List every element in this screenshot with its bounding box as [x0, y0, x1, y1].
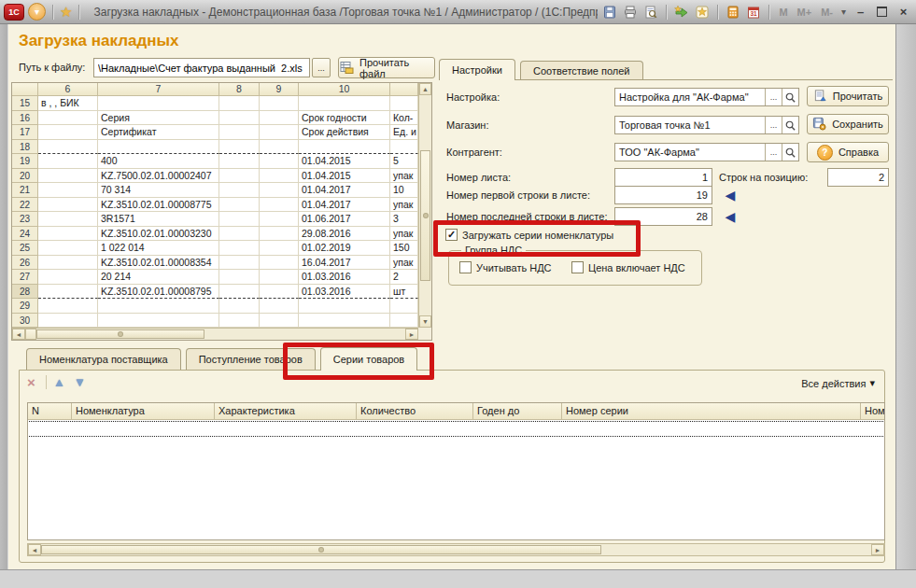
rows-per-position-field[interactable]: 2	[827, 168, 889, 187]
move-up-icon[interactable]: ▲	[53, 376, 65, 388]
sheet-row: 18	[12, 140, 431, 155]
empty-row-cursor[interactable]	[29, 421, 883, 437]
help-icon: ?	[817, 145, 833, 161]
scroll-left-icon[interactable]: ◄	[28, 544, 41, 555]
sheet-col-header[interactable]: 8	[219, 83, 260, 96]
sheet-row: 2170 31401.04.201710	[12, 183, 431, 198]
first-row-pick-button[interactable]: ◀	[719, 186, 741, 204]
maximize-button[interactable]	[873, 4, 891, 20]
form-vertical-scrollbar[interactable]	[895, 24, 916, 588]
last-row-field[interactable]: 28	[614, 207, 712, 226]
kontragent-open-button[interactable]	[782, 144, 798, 161]
scroll-left-icon[interactable]: ◄	[12, 329, 25, 340]
magazin-open-button[interactable]	[782, 117, 798, 133]
scroll-down-icon[interactable]: ▼	[419, 315, 431, 328]
sheet-col-header[interactable]: 9	[260, 83, 299, 96]
sheet-vertical-scrollbar[interactable]: ▲ ▼	[418, 83, 431, 328]
magazin-browse-button[interactable]: ...	[765, 117, 782, 133]
tab-goods-series[interactable]: Серии товаров	[320, 347, 417, 371]
sheet-row: 28KZ.3510.02.01.0000879501.03.2016шт	[12, 285, 431, 300]
save-icon[interactable]	[601, 4, 618, 21]
all-actions-button[interactable]: Все действия ▾	[801, 377, 875, 389]
help-button[interactable]: ? Справка	[807, 142, 889, 162]
toolbar-overflow-icon[interactable]: ▾	[839, 7, 848, 17]
col-characteristic[interactable]: Характеристика	[215, 403, 357, 420]
sheet-row: 15в , , БИК	[12, 96, 431, 111]
tab-settings[interactable]: Настройки	[439, 59, 515, 80]
sheet-corner-cell[interactable]	[12, 83, 38, 96]
nastroyka-open-button[interactable]	[782, 89, 798, 105]
rows-per-position-label: Строк на позицию:	[719, 172, 808, 183]
load-series-checkbox[interactable]	[445, 229, 458, 241]
kontragent-browse-button[interactable]: ...	[765, 144, 782, 161]
favorites-list-icon[interactable]	[694, 4, 711, 21]
memory-m-button[interactable]: M	[776, 7, 790, 18]
scroll-split-box[interactable]	[25, 329, 36, 340]
series-hscroll-thumb[interactable]	[41, 545, 601, 554]
1c-logo-icon[interactable]: 1С	[4, 4, 24, 21]
sheet-horizontal-scrollbar[interactable]: ◄ ►	[12, 328, 418, 340]
col-n[interactable]: N	[28, 403, 72, 420]
col-truncated[interactable]: Номе	[861, 403, 884, 420]
col-nomenclature[interactable]: Номенклатура	[72, 403, 215, 420]
add-favorite-icon[interactable]	[673, 4, 690, 21]
magnifier-icon	[784, 91, 796, 104]
col-quantity[interactable]: Количество	[357, 403, 473, 420]
col-valid-until[interactable]: Годен до	[473, 403, 562, 420]
tab-goods-receipt[interactable]: Поступление товаров	[186, 348, 316, 370]
sheet-row: 26KZ.3510.02.01.0000835416.04.2017упак	[12, 256, 431, 271]
file-path-input[interactable]	[93, 58, 310, 77]
nastroyka-value: Настройка для "АК-Фарма"	[615, 91, 765, 103]
sheet-col-header[interactable]: 10	[299, 83, 390, 96]
vscroll-thumb[interactable]	[420, 150, 430, 281]
save-settings-label: Сохранить	[832, 119, 883, 130]
sheet-row: 1940001.04.20155	[12, 154, 431, 169]
sheet-row: 20KZ.7500.02.01.0000240701.04.2015упак	[12, 169, 431, 184]
titlebar-separator	[768, 5, 769, 20]
favorites-star-icon[interactable]: ★	[60, 5, 72, 19]
close-button[interactable]: ×	[895, 4, 912, 20]
series-horizontal-scrollbar[interactable]: ◄ ►	[27, 543, 885, 556]
load-series-label: Загружать серии номенклатуры	[462, 230, 613, 241]
calculator-icon[interactable]	[725, 4, 741, 21]
scroll-right-icon[interactable]: ►	[405, 329, 418, 340]
delete-row-icon[interactable]: ×	[27, 375, 35, 389]
vat-included-checkbox[interactable]	[571, 261, 584, 273]
memory-m-plus-button[interactable]: M+	[795, 7, 815, 18]
col-series-number[interactable]: Номер серии	[562, 403, 861, 420]
file-browse-button[interactable]: ...	[312, 58, 331, 77]
magazin-field[interactable]: Торговая точка №1 ...	[614, 116, 799, 134]
scroll-right-icon[interactable]: ►	[871, 544, 884, 555]
hscroll-thumb[interactable]	[36, 329, 204, 339]
sheet-col-header[interactable]	[390, 83, 418, 96]
read-settings-button[interactable]: Прочитать	[807, 86, 889, 106]
move-down-icon[interactable]: ▼	[74, 376, 86, 388]
sheet-col-header[interactable]: 6	[38, 83, 98, 96]
minimize-button[interactable]: –	[852, 4, 869, 20]
print-preview-icon[interactable]	[642, 4, 659, 21]
help-label: Справка	[838, 147, 879, 158]
last-row-pick-button[interactable]: ◀	[719, 207, 741, 226]
tab-supplier-nomenclature[interactable]: Номенклатура поставщика	[26, 348, 181, 370]
system-menu-chevron-icon[interactable]: ▾	[28, 3, 46, 21]
read-settings-label: Прочитать	[833, 91, 882, 102]
tab-field-mapping[interactable]: Соответствие полей	[520, 61, 643, 79]
memory-m-minus-button[interactable]: M-	[818, 7, 836, 18]
sheet-number-field[interactable]: 1	[614, 168, 712, 187]
nastroyka-field[interactable]: Настройка для "АК-Фарма" ...	[614, 88, 799, 106]
spreadsheet-preview: 6 7 8 9 10 15в , , БИК 16СерияСрок годно…	[11, 82, 432, 341]
save-settings-button[interactable]: Сохранить	[807, 114, 889, 134]
read-file-button[interactable]: Прочитать файл	[338, 57, 435, 78]
first-row-field[interactable]: 19	[614, 186, 712, 204]
calendar-icon[interactable]: 31	[745, 4, 762, 21]
scroll-up-icon[interactable]: ▲	[419, 83, 431, 95]
series-table: N Номенклатура Характеристика Количество…	[27, 402, 885, 540]
series-table-header: N Номенклатура Характеристика Количество…	[28, 403, 884, 420]
nastroyka-browse-button[interactable]: ...	[765, 89, 782, 105]
sheet-row: 251 022 01401.02.2019150	[12, 241, 431, 256]
vat-account-checkbox[interactable]	[459, 261, 472, 273]
print-icon[interactable]	[622, 4, 639, 21]
sheet-col-header[interactable]: 7	[98, 83, 219, 96]
kontragent-field[interactable]: ТОО "АК-Фарма" ...	[614, 143, 799, 161]
titlebar-separator	[666, 5, 667, 20]
